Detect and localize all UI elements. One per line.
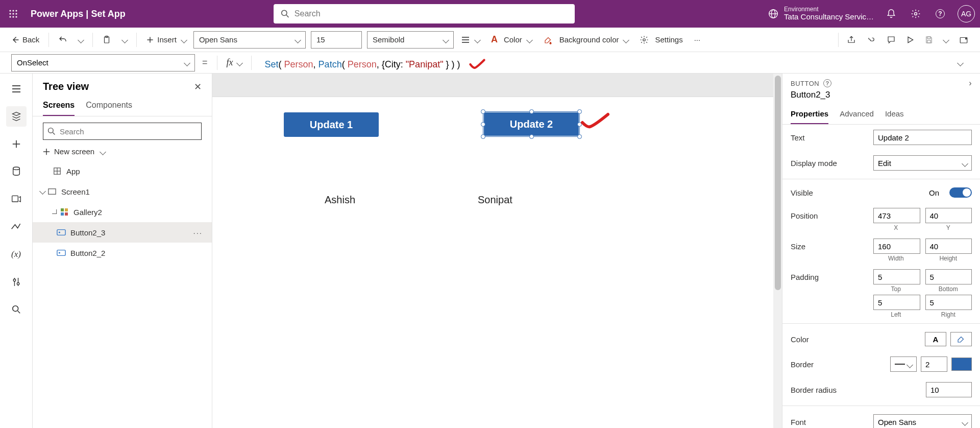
tab-screens[interactable]: Screens [43,97,75,116]
tools-rail-icon[interactable] [6,272,27,292]
bgcolor-button[interactable]: Background color [539,31,633,49]
prop-radius-input[interactable]: 10 [926,382,972,397]
paste-button[interactable] [98,31,115,49]
prop-text-input[interactable]: Update 2 [873,130,972,145]
global-search[interactable] [274,4,575,23]
svg-rect-23 [927,37,930,39]
svg-point-3 [9,13,11,14]
formula-input[interactable]: Set( Person, Patch( Person, {City: "Pani… [261,53,945,72]
comments-icon[interactable] [883,31,900,49]
font-family-select[interactable]: Open Sans [193,31,306,49]
prop-font-select[interactable]: Open Sans [873,414,972,428]
tab-properties[interactable]: Properties [791,105,828,124]
prop-bordercolor-button[interactable] [951,358,972,371]
tree-search-input[interactable] [60,127,197,136]
tree-item-button23[interactable]: Button2_3 ··· [33,222,212,243]
svg-rect-33 [12,196,18,202]
svg-rect-54 [57,250,65,256]
svg-line-39 [17,311,20,314]
prop-padleft-input[interactable]: 5 [873,295,920,310]
tree-item-button22[interactable]: Button2_2 [33,243,212,263]
prop-height-input[interactable]: 40 [925,239,972,254]
prop-padright-input[interactable]: 5 [925,295,972,310]
search-rail-icon[interactable] [6,299,27,320]
tree-view-icon[interactable] [6,106,27,127]
tree-view-pane: Tree view ✕ Screens Components New scree… [33,74,212,428]
share-icon[interactable] [843,31,860,49]
prop-visible-toggle[interactable] [949,187,972,198]
notifications-icon[interactable] [884,7,898,21]
property-select[interactable]: OnSelect [11,54,195,72]
font-size-select[interactable]: 15 [311,31,362,49]
tab-advanced[interactable]: Advanced [840,105,874,124]
svg-point-5 [15,13,17,14]
prop-borderstyle-select[interactable] [890,356,917,372]
variables-rail-icon[interactable]: (x) [6,244,27,265]
prop-padtop-input[interactable]: 5 [873,269,920,284]
canvas-button-update2[interactable]: Update 2 [484,112,579,136]
save-icon[interactable] [920,31,938,49]
app-launcher-icon[interactable] [5,6,21,22]
hamburger-icon[interactable] [6,79,27,99]
back-label: Back [22,35,39,44]
preview-play-icon[interactable] [902,31,918,49]
tree-item-gallery2[interactable]: Gallery2 [33,202,212,222]
svg-rect-47 [48,189,56,195]
prop-y-input[interactable]: 40 [925,208,972,223]
tree-item-more-icon[interactable]: ··· [193,228,203,237]
media-rail-icon[interactable] [6,189,27,209]
insert-rail-icon[interactable] [6,134,27,154]
tree-search[interactable] [43,123,202,140]
new-screen-button[interactable]: New screen [33,144,212,161]
help-icon[interactable]: ? [933,7,947,21]
prop-displaymode-select[interactable]: Edit [873,155,972,171]
svg-point-9 [281,10,286,15]
prop-fillcolor-button[interactable] [950,332,972,346]
font-weight-select[interactable]: Semibold [367,31,454,49]
svg-rect-48 [61,208,64,211]
chevron-right-icon[interactable]: › [969,79,972,88]
properties-pane: BUTTON? › Button2_3 Properties Advanced … [782,74,980,428]
tree-item-app[interactable]: App [33,161,212,181]
svg-rect-50 [61,212,64,216]
global-search-input[interactable] [295,9,568,18]
more-button[interactable]: ··· [690,31,705,49]
prop-borderwidth-input[interactable]: 2 [921,356,947,372]
canvas-button-update1[interactable]: Update 1 [284,112,379,137]
prop-width-input[interactable]: 160 [873,239,920,254]
prop-padbottom-input[interactable]: 5 [925,269,972,284]
svg-line-41 [53,132,55,134]
settings-button[interactable]: Settings [635,31,687,49]
back-button[interactable]: Back [7,31,43,49]
formula-expand-icon[interactable] [952,58,969,67]
data-rail-icon[interactable] [6,161,27,182]
undo-menu[interactable] [75,31,87,49]
environment-picker[interactable]: Environment Tata Consultancy Servic… [768,6,874,21]
svg-point-1 [12,10,14,11]
user-avatar[interactable]: AG [958,5,975,22]
svg-line-10 [286,15,288,17]
tree-item-screen1[interactable]: Screen1 [33,181,212,202]
canvas-scrollbar[interactable] [773,74,782,428]
svg-point-7 [12,16,14,17]
checker-icon[interactable] [862,31,880,49]
canvas-ruler [212,74,782,97]
fx-button[interactable]: fx [227,57,242,68]
save-menu[interactable] [940,31,952,49]
insert-button[interactable]: Insert [142,31,190,49]
publish-icon[interactable] [954,31,973,49]
close-icon[interactable]: ✕ [194,81,202,92]
design-stage[interactable]: Update 1 Update 2 Ashish Sonipat [212,97,782,428]
tab-components[interactable]: Components [86,97,132,116]
settings-gear-icon[interactable] [909,7,923,21]
undo-button[interactable] [54,31,71,49]
text-color-button[interactable]: AColor [487,31,536,49]
paste-menu[interactable] [118,31,131,49]
flows-rail-icon[interactable] [6,217,27,237]
prop-textcolor-button[interactable]: A [925,332,946,346]
tab-ideas[interactable]: Ideas [885,105,904,124]
align-button[interactable] [457,31,484,49]
prop-x-input[interactable]: 473 [873,208,920,223]
help-icon[interactable]: ? [823,79,831,87]
canvas-label-city: Sonipat [478,194,512,206]
